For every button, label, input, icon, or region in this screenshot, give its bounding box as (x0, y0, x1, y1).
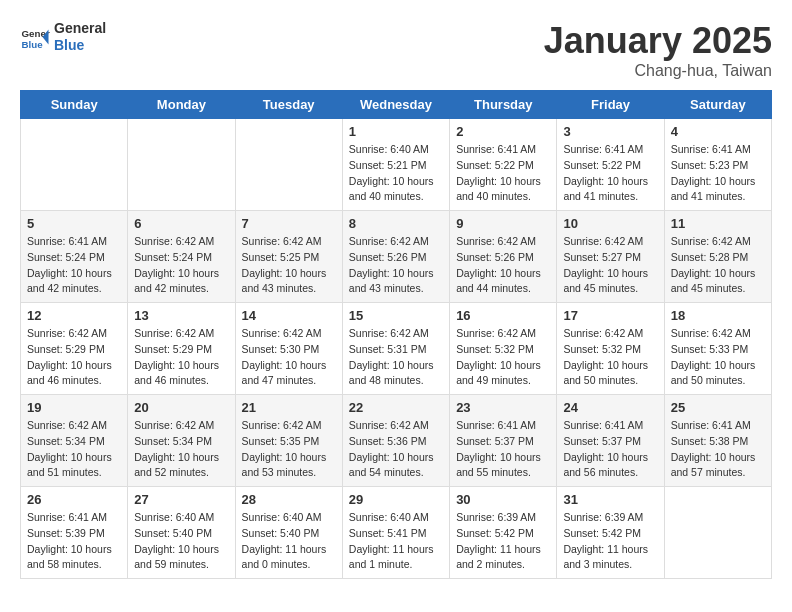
day-number: 17 (563, 308, 657, 323)
logo-general-text: General (54, 20, 106, 37)
calendar-cell: 14Sunrise: 6:42 AMSunset: 5:30 PMDayligh… (235, 303, 342, 395)
calendar-cell: 8Sunrise: 6:42 AMSunset: 5:26 PMDaylight… (342, 211, 449, 303)
calendar-cell: 28Sunrise: 6:40 AMSunset: 5:40 PMDayligh… (235, 487, 342, 579)
day-number: 10 (563, 216, 657, 231)
day-info: Sunrise: 6:42 AMSunset: 5:29 PMDaylight:… (134, 326, 228, 389)
calendar-cell: 13Sunrise: 6:42 AMSunset: 5:29 PMDayligh… (128, 303, 235, 395)
day-info: Sunrise: 6:42 AMSunset: 5:26 PMDaylight:… (456, 234, 550, 297)
calendar-cell: 20Sunrise: 6:42 AMSunset: 5:34 PMDayligh… (128, 395, 235, 487)
day-info: Sunrise: 6:41 AMSunset: 5:38 PMDaylight:… (671, 418, 765, 481)
day-info: Sunrise: 6:40 AMSunset: 5:40 PMDaylight:… (134, 510, 228, 573)
calendar-cell: 10Sunrise: 6:42 AMSunset: 5:27 PMDayligh… (557, 211, 664, 303)
day-number: 16 (456, 308, 550, 323)
day-number: 22 (349, 400, 443, 415)
day-info: Sunrise: 6:42 AMSunset: 5:25 PMDaylight:… (242, 234, 336, 297)
day-number: 28 (242, 492, 336, 507)
calendar-cell: 5Sunrise: 6:41 AMSunset: 5:24 PMDaylight… (21, 211, 128, 303)
calendar-cell: 29Sunrise: 6:40 AMSunset: 5:41 PMDayligh… (342, 487, 449, 579)
calendar-cell: 15Sunrise: 6:42 AMSunset: 5:31 PMDayligh… (342, 303, 449, 395)
day-number: 13 (134, 308, 228, 323)
calendar-cell: 7Sunrise: 6:42 AMSunset: 5:25 PMDaylight… (235, 211, 342, 303)
day-info: Sunrise: 6:42 AMSunset: 5:36 PMDaylight:… (349, 418, 443, 481)
calendar-cell: 26Sunrise: 6:41 AMSunset: 5:39 PMDayligh… (21, 487, 128, 579)
calendar-cell: 1Sunrise: 6:40 AMSunset: 5:21 PMDaylight… (342, 119, 449, 211)
day-info: Sunrise: 6:42 AMSunset: 5:32 PMDaylight:… (563, 326, 657, 389)
weekday-header-saturday: Saturday (664, 91, 771, 119)
day-number: 20 (134, 400, 228, 415)
calendar-cell: 6Sunrise: 6:42 AMSunset: 5:24 PMDaylight… (128, 211, 235, 303)
day-number: 4 (671, 124, 765, 139)
weekday-header-row: SundayMondayTuesdayWednesdayThursdayFrid… (21, 91, 772, 119)
weekday-header-thursday: Thursday (450, 91, 557, 119)
calendar-week-4: 19Sunrise: 6:42 AMSunset: 5:34 PMDayligh… (21, 395, 772, 487)
calendar-cell: 16Sunrise: 6:42 AMSunset: 5:32 PMDayligh… (450, 303, 557, 395)
day-number: 7 (242, 216, 336, 231)
calendar-cell: 30Sunrise: 6:39 AMSunset: 5:42 PMDayligh… (450, 487, 557, 579)
day-info: Sunrise: 6:41 AMSunset: 5:23 PMDaylight:… (671, 142, 765, 205)
day-number: 27 (134, 492, 228, 507)
calendar-cell: 18Sunrise: 6:42 AMSunset: 5:33 PMDayligh… (664, 303, 771, 395)
calendar-week-1: 1Sunrise: 6:40 AMSunset: 5:21 PMDaylight… (21, 119, 772, 211)
weekday-header-sunday: Sunday (21, 91, 128, 119)
calendar-cell: 3Sunrise: 6:41 AMSunset: 5:22 PMDaylight… (557, 119, 664, 211)
day-number: 19 (27, 400, 121, 415)
calendar-table: SundayMondayTuesdayWednesdayThursdayFrid… (20, 90, 772, 579)
logo: General Blue General Blue (20, 20, 106, 54)
day-number: 29 (349, 492, 443, 507)
day-info: Sunrise: 6:39 AMSunset: 5:42 PMDaylight:… (563, 510, 657, 573)
day-number: 1 (349, 124, 443, 139)
day-number: 15 (349, 308, 443, 323)
day-number: 30 (456, 492, 550, 507)
month-year-title: January 2025 (544, 20, 772, 62)
logo-icon: General Blue (20, 22, 50, 52)
day-info: Sunrise: 6:42 AMSunset: 5:29 PMDaylight:… (27, 326, 121, 389)
day-info: Sunrise: 6:42 AMSunset: 5:34 PMDaylight:… (27, 418, 121, 481)
day-info: Sunrise: 6:42 AMSunset: 5:34 PMDaylight:… (134, 418, 228, 481)
calendar-cell (21, 119, 128, 211)
day-info: Sunrise: 6:39 AMSunset: 5:42 PMDaylight:… (456, 510, 550, 573)
calendar-cell: 11Sunrise: 6:42 AMSunset: 5:28 PMDayligh… (664, 211, 771, 303)
day-info: Sunrise: 6:41 AMSunset: 5:22 PMDaylight:… (456, 142, 550, 205)
day-number: 25 (671, 400, 765, 415)
day-info: Sunrise: 6:41 AMSunset: 5:37 PMDaylight:… (563, 418, 657, 481)
calendar-cell: 25Sunrise: 6:41 AMSunset: 5:38 PMDayligh… (664, 395, 771, 487)
calendar-week-3: 12Sunrise: 6:42 AMSunset: 5:29 PMDayligh… (21, 303, 772, 395)
calendar-cell: 17Sunrise: 6:42 AMSunset: 5:32 PMDayligh… (557, 303, 664, 395)
day-number: 6 (134, 216, 228, 231)
day-number: 24 (563, 400, 657, 415)
day-info: Sunrise: 6:42 AMSunset: 5:28 PMDaylight:… (671, 234, 765, 297)
page-header: General Blue General Blue January 2025 C… (20, 20, 772, 80)
day-info: Sunrise: 6:42 AMSunset: 5:35 PMDaylight:… (242, 418, 336, 481)
day-info: Sunrise: 6:42 AMSunset: 5:30 PMDaylight:… (242, 326, 336, 389)
day-number: 26 (27, 492, 121, 507)
title-section: January 2025 Chang-hua, Taiwan (544, 20, 772, 80)
day-info: Sunrise: 6:40 AMSunset: 5:41 PMDaylight:… (349, 510, 443, 573)
day-info: Sunrise: 6:41 AMSunset: 5:37 PMDaylight:… (456, 418, 550, 481)
day-number: 18 (671, 308, 765, 323)
weekday-header-friday: Friday (557, 91, 664, 119)
calendar-cell: 22Sunrise: 6:42 AMSunset: 5:36 PMDayligh… (342, 395, 449, 487)
day-number: 8 (349, 216, 443, 231)
calendar-cell: 19Sunrise: 6:42 AMSunset: 5:34 PMDayligh… (21, 395, 128, 487)
day-number: 11 (671, 216, 765, 231)
calendar-cell: 4Sunrise: 6:41 AMSunset: 5:23 PMDaylight… (664, 119, 771, 211)
calendar-cell: 9Sunrise: 6:42 AMSunset: 5:26 PMDaylight… (450, 211, 557, 303)
calendar-cell: 2Sunrise: 6:41 AMSunset: 5:22 PMDaylight… (450, 119, 557, 211)
day-number: 23 (456, 400, 550, 415)
weekday-header-monday: Monday (128, 91, 235, 119)
day-number: 5 (27, 216, 121, 231)
day-info: Sunrise: 6:42 AMSunset: 5:27 PMDaylight:… (563, 234, 657, 297)
calendar-cell (664, 487, 771, 579)
calendar-cell (128, 119, 235, 211)
day-info: Sunrise: 6:42 AMSunset: 5:32 PMDaylight:… (456, 326, 550, 389)
day-info: Sunrise: 6:40 AMSunset: 5:21 PMDaylight:… (349, 142, 443, 205)
calendar-cell: 12Sunrise: 6:42 AMSunset: 5:29 PMDayligh… (21, 303, 128, 395)
svg-text:Blue: Blue (22, 38, 44, 49)
day-number: 3 (563, 124, 657, 139)
day-info: Sunrise: 6:42 AMSunset: 5:33 PMDaylight:… (671, 326, 765, 389)
weekday-header-tuesday: Tuesday (235, 91, 342, 119)
day-number: 9 (456, 216, 550, 231)
calendar-cell: 24Sunrise: 6:41 AMSunset: 5:37 PMDayligh… (557, 395, 664, 487)
calendar-week-2: 5Sunrise: 6:41 AMSunset: 5:24 PMDaylight… (21, 211, 772, 303)
day-info: Sunrise: 6:41 AMSunset: 5:22 PMDaylight:… (563, 142, 657, 205)
